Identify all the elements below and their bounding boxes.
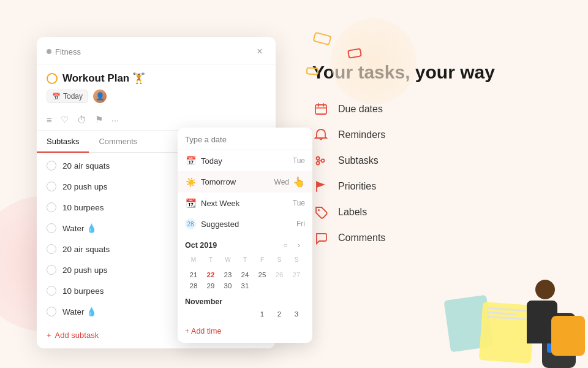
add-subtask-label: Add subtask (55, 331, 99, 340)
feature-priorities: Priorities (312, 178, 564, 195)
svg-point-6 (322, 159, 325, 163)
tab-subtasks[interactable]: Subtasks (37, 131, 89, 152)
calendar-oct: Oct 2019 ○ › M T W T F S S (178, 234, 312, 294)
cal-cell (202, 309, 219, 320)
cal-next-btn[interactable]: › (293, 239, 305, 251)
subtask-text: 10 burpees (62, 286, 104, 296)
today-day: Tue (293, 156, 305, 165)
plus-icon: + (47, 331, 51, 340)
svg-point-5 (317, 162, 320, 165)
cal-header-row: M T W T F S S (185, 255, 305, 266)
cal-cell[interactable]: 3 (288, 309, 305, 320)
priority-icon[interactable]: ⚑ (95, 114, 103, 125)
avatar-chip[interactable]: 👤 (93, 90, 107, 103)
subtasks-label: Subtasks (338, 155, 379, 166)
cal-cell[interactable]: 31 (236, 280, 254, 291)
subtask-text: 10 burpees (62, 203, 104, 212)
subtask-circle[interactable] (47, 265, 56, 275)
date-option-nextweek[interactable]: 📆 Next Week Tue (178, 193, 312, 213)
label-icon[interactable]: ♡ (61, 114, 69, 125)
subtask-circle[interactable] (47, 182, 56, 191)
cal-cell[interactable]: 21 (185, 269, 202, 280)
calendar-nov: 1 2 3 (178, 309, 312, 322)
due-dates-label: Due dates (338, 104, 383, 115)
tab-comments[interactable]: Comments (89, 131, 147, 152)
cal-cell[interactable]: 2 (271, 309, 288, 320)
cal-cell[interactable]: 26 (271, 269, 288, 280)
due-dates-icon (312, 101, 330, 118)
reminders-icon (312, 126, 330, 144)
cal-cell[interactable]: 25 (254, 269, 271, 280)
priorities-icon (312, 178, 330, 195)
subtask-circle[interactable] (47, 307, 56, 316)
cal-cell[interactable]: 29 (202, 280, 219, 291)
calendar-month-label: Oct 2019 (185, 241, 217, 250)
feature-labels: Labels (312, 204, 564, 221)
feature-reminders: Reminders (312, 126, 564, 144)
cal-prev-btn[interactable]: ○ (279, 239, 292, 251)
svg-point-9 (318, 209, 320, 211)
cal-hdr-t2: T (236, 255, 254, 266)
labels-icon (312, 204, 330, 221)
panel-header: Fitness × (37, 37, 276, 64)
calendar-nav: ○ › (279, 239, 305, 251)
priorities-label: Priorities (338, 181, 376, 192)
nextweek-day: Tue (293, 199, 305, 207)
close-button[interactable]: × (254, 45, 266, 58)
cursor-icon: 👆 (293, 176, 305, 188)
cal-hdr-f: F (254, 255, 271, 266)
date-option-today[interactable]: 📅 Today Tue (178, 150, 312, 171)
tomorrow-day: Wed (274, 178, 289, 186)
suggested-label: Suggested (201, 220, 239, 229)
suggested-icon: 28 (185, 218, 196, 229)
calendar-header: Oct 2019 ○ › (185, 239, 305, 251)
subtask-circle[interactable] (47, 202, 56, 212)
cal-cell[interactable]: 30 (219, 280, 236, 291)
calendar-grid: M T W T F S S (185, 255, 305, 291)
task-panel: Fitness × Workout Plan 🏋️ 📅 Today 👤 ≡ ♡ … (37, 37, 276, 348)
date-chip[interactable]: 📅 Today (47, 90, 88, 103)
subtask-circle[interactable] (47, 286, 56, 296)
add-time-button[interactable]: + Add time (178, 322, 312, 338)
subtask-circle[interactable] (47, 244, 56, 254)
task-completion-circle[interactable] (47, 73, 58, 84)
project-name: Fitness (55, 47, 81, 56)
subtask-text: 20 push ups (62, 266, 108, 275)
cal-cell-22[interactable]: 22 (202, 269, 219, 280)
subtask-circle[interactable] (47, 223, 56, 233)
reminders-label: Reminders (338, 129, 385, 140)
task-title-area: Workout Plan 🏋️ (37, 64, 276, 90)
comments-icon (312, 229, 330, 247)
date-search (178, 128, 312, 150)
subtask-text: Water 💧 (62, 223, 97, 233)
more-icon[interactable]: ··· (111, 115, 119, 125)
bg-decoration-2 (331, 18, 417, 104)
cal-cell (236, 309, 254, 320)
task-title: Workout Plan 🏋️ (62, 72, 145, 85)
cal-hdr-s2: S (288, 255, 305, 266)
subtask-circle[interactable] (47, 161, 56, 171)
deco-rect-3 (306, 67, 319, 75)
calendar-nov-label: November (178, 294, 312, 309)
cal-hdr-t: T (202, 255, 219, 266)
cal-cell[interactable]: 1 (254, 309, 271, 320)
cal-cell[interactable]: 28 (185, 280, 202, 291)
reminder-icon[interactable]: ⏱ (77, 115, 86, 125)
date-option-tomorrow[interactable]: ☀️ Tomorrow Wed 👆 (178, 171, 312, 193)
cal-cell[interactable]: 23 (219, 269, 236, 280)
subtask-text: 20 push ups (62, 182, 108, 191)
cal-hdr-s: S (271, 255, 288, 266)
subtask-text: 20 air squats (62, 161, 110, 171)
cal-hdr-m: M (185, 255, 202, 266)
date-option-suggested[interactable]: 28 Suggested Fri (178, 213, 312, 234)
cal-cell[interactable]: 27 (288, 269, 305, 280)
illustration-area (429, 221, 588, 368)
cal-cell[interactable]: 24 (236, 269, 254, 280)
subtask-icon[interactable]: ≡ (47, 115, 52, 125)
date-picker-dropdown: 📅 Today Tue ☀️ Tomorrow Wed 👆 📆 Nex (178, 128, 312, 343)
right-panel: Your tasks, your way Due dates (276, 25, 588, 247)
feature-due-dates: Due dates (312, 101, 564, 118)
subtask-text: 20 air squats (62, 245, 110, 254)
date-search-input[interactable] (185, 135, 305, 144)
svg-point-4 (317, 157, 320, 160)
